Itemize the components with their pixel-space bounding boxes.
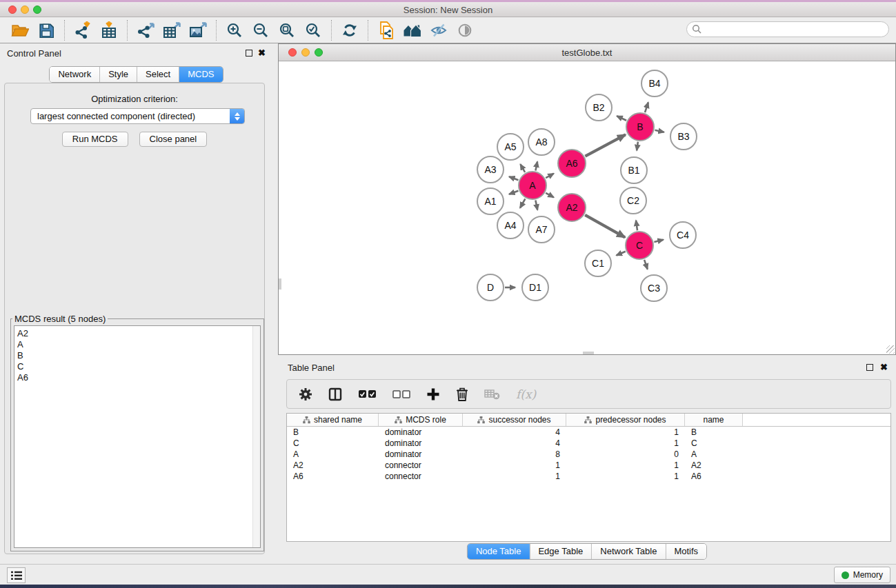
float-panel-icon[interactable] — [246, 50, 252, 57]
network-overview-button[interactable] — [399, 19, 426, 41]
canvas-vscroll-thumb[interactable] — [279, 278, 281, 290]
delete-table-button[interactable] — [484, 389, 500, 400]
graph-node-D1[interactable]: D1 — [522, 274, 548, 301]
run-mcds-button[interactable]: Run MCDS — [62, 132, 128, 147]
graph-edge-C-C1[interactable] — [617, 252, 626, 256]
task-history-button[interactable] — [7, 567, 26, 583]
mcds-list-scrollbar[interactable] — [252, 326, 260, 547]
table-row[interactable]: Adominator80A — [287, 449, 890, 460]
close-panel-icon[interactable]: ✖ — [258, 48, 266, 58]
graph-node-B3[interactable]: B3 — [670, 123, 697, 150]
graph-edge-B-B2[interactable] — [617, 116, 626, 120]
deselect-all-button[interactable] — [392, 390, 410, 398]
zoom-in-button[interactable] — [221, 19, 248, 41]
table-row[interactable]: Cdominator41C — [287, 438, 890, 449]
tab-edge-table[interactable]: Edge Table — [529, 544, 591, 559]
open-session-button[interactable] — [7, 19, 33, 41]
export-image-button[interactable] — [185, 19, 211, 41]
graph-node-B[interactable]: B — [626, 113, 654, 141]
graph-edge-A-A3[interactable] — [509, 176, 518, 180]
mcds-result-item[interactable]: B — [14, 350, 260, 361]
graph-node-A1[interactable]: A1 — [477, 188, 504, 214]
graph-node-A[interactable]: A — [519, 172, 546, 199]
table-settings-button[interactable] — [299, 387, 312, 401]
column-header-name[interactable]: name — [685, 414, 743, 426]
graph-edge-A-A4[interactable] — [520, 199, 525, 207]
mcds-result-item[interactable]: C — [14, 361, 260, 372]
graph-edge-A-A5[interactable] — [520, 164, 525, 172]
graph-node-A8[interactable]: A8 — [528, 129, 555, 155]
export-network-button[interactable] — [132, 19, 159, 41]
float-panel-icon[interactable] — [866, 364, 873, 371]
canvas-hscroll-thumb[interactable] — [583, 352, 594, 354]
graph-node-A7[interactable]: A7 — [528, 216, 555, 243]
show-graphics-details-button[interactable] — [452, 19, 478, 41]
graph-node-C3[interactable]: C3 — [641, 275, 667, 301]
close-panel-button[interactable]: Close panel — [139, 132, 208, 147]
graph-edge-A6-B[interactable] — [585, 134, 625, 156]
graph-node-A5[interactable]: A5 — [497, 134, 524, 160]
column-header-successor-nodes[interactable]: successor nodes — [463, 414, 566, 426]
window-resize-grip[interactable] — [886, 345, 895, 354]
import-table-button[interactable] — [96, 19, 122, 41]
graph-edge-A-A7[interactable] — [535, 201, 537, 210]
graph-node-A3[interactable]: A3 — [477, 156, 504, 183]
tab-motifs[interactable]: Motifs — [665, 544, 706, 559]
column-header-predecessor-nodes[interactable]: predecessor nodes — [566, 414, 685, 426]
select-all-button[interactable] — [358, 389, 377, 399]
refresh-view-button[interactable] — [337, 19, 363, 41]
tab-network[interactable]: Network — [50, 67, 99, 82]
column-header-shared-name[interactable]: shared name — [287, 414, 379, 426]
memory-button[interactable]: Memory — [834, 567, 890, 583]
import-network-button[interactable] — [70, 19, 96, 41]
save-session-button[interactable] — [33, 19, 59, 41]
graph-node-B4[interactable]: B4 — [641, 70, 668, 97]
graph-edge-A-A2[interactable] — [546, 193, 554, 198]
graph-node-A2[interactable]: A2 — [558, 194, 586, 221]
graph-node-B2[interactable]: B2 — [586, 94, 612, 121]
mcds-result-item[interactable]: A6 — [14, 372, 260, 383]
graph-node-A6[interactable]: A6 — [558, 150, 586, 177]
zoom-selected-button[interactable] — [300, 19, 326, 41]
mcds-result-item[interactable]: A — [14, 339, 260, 350]
table-row[interactable]: A6connector11A6 — [287, 471, 890, 482]
function-builder-button[interactable]: f(x) — [516, 387, 536, 401]
graph-edge-C-C4[interactable] — [654, 240, 663, 242]
delete-rows-button[interactable] — [456, 387, 468, 401]
graph-node-C[interactable]: C — [626, 232, 653, 259]
tab-select[interactable]: Select — [137, 67, 179, 82]
close-panel-icon[interactable]: ✖ — [880, 362, 888, 372]
graph-edge-A-A1[interactable] — [509, 191, 518, 194]
zoom-fit-button[interactable] — [274, 19, 300, 41]
graph-node-D[interactable]: D — [477, 274, 504, 301]
graph-edge-C-C3[interactable] — [644, 260, 648, 270]
graph-edge-A-A8[interactable] — [535, 161, 537, 170]
graph-node-A4[interactable]: A4 — [497, 212, 524, 239]
tab-style[interactable]: Style — [99, 67, 137, 82]
show-columns-button[interactable] — [328, 387, 342, 401]
graph-node-C1[interactable]: C1 — [585, 250, 611, 276]
add-row-button[interactable] — [426, 387, 440, 401]
clone-network-button[interactable] — [373, 19, 399, 41]
mcds-result-item[interactable]: A2 — [14, 328, 260, 339]
optimization-criterion-select[interactable]: largest connected component (directed) — [30, 108, 245, 124]
graph-edge-B-B1[interactable] — [637, 142, 638, 151]
tab-network-table[interactable]: Network Table — [591, 544, 665, 559]
graph-edge-B-B4[interactable] — [645, 103, 648, 113]
export-table-button[interactable] — [159, 19, 185, 41]
search-input[interactable] — [686, 21, 889, 37]
graph-edge-B-B3[interactable] — [655, 130, 664, 132]
graph-node-C4[interactable]: C4 — [670, 222, 696, 248]
graph-node-C2[interactable]: C2 — [620, 187, 646, 214]
tab-mcds[interactable]: MCDS — [179, 67, 222, 82]
hide-graphics-details-button[interactable] — [426, 19, 452, 41]
graph-edge-C-C2[interactable] — [636, 221, 637, 231]
graph-edge-A2-C[interactable] — [585, 215, 625, 238]
graph-edge-A-A6[interactable] — [546, 174, 554, 179]
graph-node-B1[interactable]: B1 — [621, 157, 647, 183]
table-row[interactable]: A2connector11A2 — [287, 460, 890, 471]
network-canvas[interactable]: B4B2BB3A5A8A6A3B1AA1C2A2A4A7C4CC1C3DD1 — [279, 61, 895, 354]
column-header-MCDS-role[interactable]: MCDS role — [379, 414, 463, 426]
tab-node-table[interactable]: Node Table — [468, 544, 530, 559]
table-row[interactable]: Bdominator41B — [287, 427, 890, 438]
